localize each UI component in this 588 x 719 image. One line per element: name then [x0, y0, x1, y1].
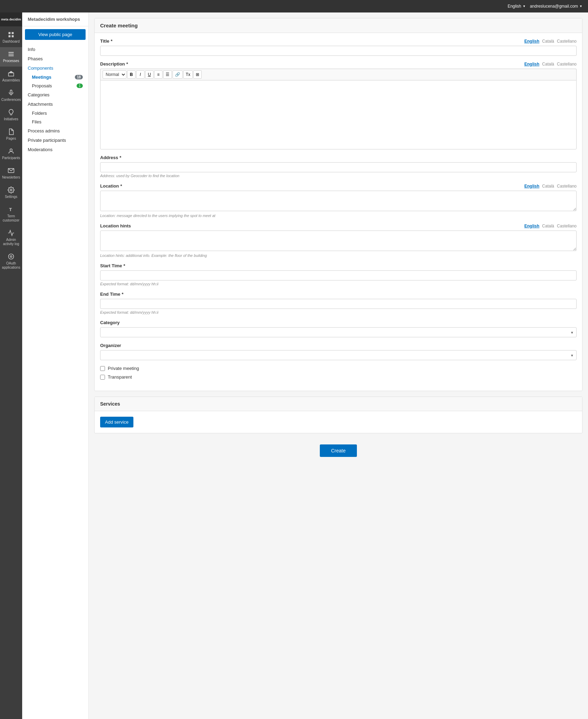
sidebar-subitem-proposals[interactable]: Proposals 1 [22, 81, 88, 90]
title-lang-english[interactable]: English [524, 39, 539, 44]
rte-format-select[interactable]: Normal [103, 70, 126, 79]
description-input[interactable] [100, 80, 577, 149]
private-meeting-checkbox-field: Private meeting [100, 366, 577, 371]
sidebar-item-assemblies[interactable]: Assemblies [0, 67, 22, 86]
view-public-page-button[interactable]: View public page [25, 29, 86, 40]
info-label: Info [28, 47, 35, 52]
rte-link-button[interactable]: 🔗 [173, 70, 183, 79]
private-meeting-checkbox[interactable] [100, 366, 105, 371]
sidebar-item-term-customizer[interactable]: T Term customizer [0, 202, 22, 226]
sidebar-item-participants[interactable]: Participants [0, 144, 22, 164]
process-admins-label: Process admins [28, 128, 60, 133]
rte-ordered-list-button[interactable]: ≡ [154, 70, 163, 79]
sidebar-subitem-folders[interactable]: Folders [22, 109, 88, 118]
end-time-label-row: End Time * [100, 292, 577, 297]
sidebar-item-processes[interactable]: Processes [0, 47, 22, 67]
location-lang-catala[interactable]: Català [542, 184, 554, 189]
start-time-input[interactable] [100, 270, 577, 280]
start-time-hint: Expected format: dd/mm/yyyy hh:ii [100, 282, 577, 286]
svg-rect-6 [9, 55, 14, 56]
category-field: Category [100, 320, 577, 337]
services-body: Add service [95, 411, 582, 433]
rte-clear-format-button[interactable]: Tx [183, 70, 193, 79]
form-actions: Create [94, 439, 582, 462]
svg-point-12 [10, 149, 12, 151]
rte-italic-button[interactable]: I [136, 70, 144, 79]
user-email: andreslucena@gmail.com [530, 4, 578, 9]
sidebar-item-process-admins[interactable]: Process admins [22, 126, 88, 136]
private-meeting-label[interactable]: Private meeting [108, 366, 139, 371]
form-card-body: Title * English Català Castellano [95, 33, 582, 391]
sidebar-item-oauth-applications[interactable]: OAuth applications [0, 250, 22, 273]
rte-table-button[interactable]: ⊞ [193, 70, 202, 79]
end-time-input[interactable] [100, 299, 577, 309]
mic-icon [8, 89, 15, 96]
sidebar-item-label: OAuth applications [1, 261, 21, 270]
sidebar-item-categories[interactable]: Categories [22, 90, 88, 99]
location-hints-lang-english[interactable]: English [524, 224, 539, 228]
folders-label: Folders [32, 111, 47, 116]
components-label: Components [28, 66, 53, 71]
rte-unordered-list-button[interactable]: ☰ [163, 70, 172, 79]
sidebar-item-private-participants[interactable]: Private participants [22, 136, 88, 145]
svg-rect-1 [12, 32, 14, 34]
location-input[interactable] [100, 191, 577, 211]
sidebar-item-phases[interactable]: Phases [22, 54, 88, 63]
location-lang-english[interactable]: English [524, 184, 539, 189]
transparent-checkbox-field: Transparent [100, 374, 577, 380]
sidebar-item-conferences[interactable]: Conferences [0, 86, 22, 105]
sidebar-item-dashboard[interactable]: Dashboard [0, 28, 22, 47]
sidebar-item-label: Pages [6, 137, 16, 141]
title-lang-castellano[interactable]: Castellano [557, 39, 577, 44]
location-lang-tabs: English Català Castellano [524, 184, 577, 189]
sidebar-item-initiatives[interactable]: Initiatives [0, 105, 22, 125]
organizer-select-wrapper [100, 350, 577, 360]
location-field: Location * English Català Castellano Loc… [100, 183, 577, 218]
sidebar-item-components[interactable]: Components [22, 63, 88, 73]
rte-underline-button[interactable]: U [145, 70, 153, 79]
sidebar-subitem-files[interactable]: Files [22, 118, 88, 126]
create-button[interactable]: Create [320, 444, 357, 457]
sidebar-item-admin-activity-log[interactable]: Admin activity log [0, 226, 22, 250]
language-selector[interactable]: English ▼ [508, 4, 526, 9]
address-input[interactable] [100, 162, 577, 172]
organizer-select[interactable] [100, 350, 577, 360]
oauth-icon [8, 253, 15, 260]
add-service-button[interactable]: Add service [100, 417, 133, 427]
location-hints-lang-castellano[interactable]: Castellano [557, 224, 577, 228]
sidebar-item-attachments[interactable]: Attachments [22, 99, 88, 109]
category-select[interactable] [100, 327, 577, 337]
attachments-label: Attachments [28, 102, 53, 107]
description-lang-catala[interactable]: Català [542, 62, 554, 67]
proposals-label: Proposals [32, 83, 52, 88]
title-lang-catala[interactable]: Català [542, 39, 554, 44]
title-input[interactable] [100, 46, 577, 56]
svg-point-14 [10, 189, 12, 191]
sidebar-subitem-meetings[interactable]: Meetings 18 [22, 73, 88, 81]
private-participants-label: Private participants [28, 138, 66, 143]
phases-label: Phases [28, 56, 43, 61]
sidebar-item-newsletters[interactable]: Newsletters [0, 164, 22, 183]
description-lang-castellano[interactable]: Castellano [557, 62, 577, 67]
sidebar-item-info[interactable]: Info [22, 45, 88, 54]
svg-rect-0 [9, 32, 11, 34]
rte-toolbar: Normal B I U ≡ ☰ 🔗 Tx ⊞ [100, 69, 577, 80]
transparent-label[interactable]: Transparent [108, 374, 132, 380]
sidebar-item-pages[interactable]: Pages [0, 125, 22, 144]
location-hint: Location: message directed to the users … [100, 214, 577, 218]
transparent-checkbox[interactable] [100, 375, 105, 380]
sidebar-item-settings[interactable]: Settings [0, 183, 22, 202]
location-hints-lang-catala[interactable]: Català [542, 224, 554, 228]
sidebar-item-moderations[interactable]: Moderations [22, 145, 88, 154]
svg-rect-3 [12, 35, 14, 37]
location-hints-input[interactable] [100, 231, 577, 251]
user-menu[interactable]: andreslucena@gmail.com ▼ [530, 4, 582, 9]
location-hints-field: Location hints English Català Castellano… [100, 223, 577, 258]
description-lang-english[interactable]: English [524, 62, 539, 67]
svg-point-16 [9, 254, 14, 259]
services-card: Services Add service [94, 397, 582, 433]
location-lang-castellano[interactable]: Castellano [557, 184, 577, 189]
address-label-row: Address * [100, 155, 577, 160]
rte-bold-button[interactable]: B [127, 70, 135, 79]
location-hints-label-text: Location hints [100, 223, 131, 228]
